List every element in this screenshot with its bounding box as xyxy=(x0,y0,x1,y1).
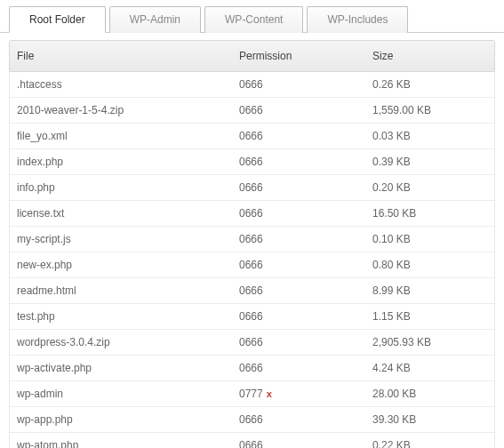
table-row[interactable]: wordpress-3.0.4.zip06662,905.93 KB xyxy=(9,330,495,356)
table-row[interactable]: license.txt066616.50 KB xyxy=(9,201,495,227)
file-permission: 0666 xyxy=(232,356,365,380)
tabs-bar: Root FolderWP-AdminWP-ContentWP-Includes xyxy=(0,0,504,33)
file-table: File Permission Size .htaccess06660.26 K… xyxy=(0,33,504,448)
file-size: 39.30 KB xyxy=(365,407,494,432)
table-row[interactable]: wp-atom.php06660.22 KB xyxy=(9,433,495,448)
table-row[interactable]: 2010-weaver-1-5-4.zip06661,559.00 KB xyxy=(9,98,495,124)
file-name: wp-app.php xyxy=(10,407,232,432)
file-size: 0.80 KB xyxy=(365,252,494,277)
file-name: wordpress-3.0.4.zip xyxy=(10,330,232,355)
file-permission: 0666 xyxy=(232,124,365,148)
file-permission: 0666 xyxy=(232,304,365,329)
file-name: index.php xyxy=(10,149,232,174)
file-name: .htaccess xyxy=(10,72,232,97)
tab-root-folder[interactable]: Root Folder xyxy=(9,6,106,33)
file-size: 16.50 KB xyxy=(365,201,494,226)
file-size: 0.39 KB xyxy=(365,149,494,174)
tab-wp-includes[interactable]: WP-Includes xyxy=(307,6,408,33)
tab-wp-content[interactable]: WP-Content xyxy=(204,6,303,33)
file-name: new-ex.php xyxy=(10,252,232,277)
file-permission: 0777x xyxy=(232,381,365,406)
table-row[interactable]: my-script.js06660.10 KB xyxy=(9,227,495,252)
file-name: 2010-weaver-1-5-4.zip xyxy=(10,98,232,123)
table-row[interactable]: test.php06661.15 KB xyxy=(9,304,495,330)
file-size: 8.99 KB xyxy=(365,278,494,303)
file-permission: 0666 xyxy=(232,175,365,200)
col-header-size[interactable]: Size xyxy=(365,41,494,71)
file-permission: 0666 xyxy=(232,201,365,226)
file-size: 0.20 KB xyxy=(365,175,494,200)
file-permission: 0666 xyxy=(232,407,365,432)
file-name: license.txt xyxy=(10,201,232,226)
file-size: 4.24 KB xyxy=(365,356,494,380)
table-row[interactable]: wp-activate.php06664.24 KB xyxy=(9,356,495,381)
file-size: 0.10 KB xyxy=(365,227,494,252)
table-row[interactable]: index.php06660.39 KB xyxy=(9,149,495,175)
table-row[interactable]: file_yo.xml06660.03 KB xyxy=(9,124,495,149)
file-permission: 0666 xyxy=(232,433,365,448)
file-name: readme.html xyxy=(10,278,232,303)
col-header-permission[interactable]: Permission xyxy=(232,41,365,71)
file-permission: 0666 xyxy=(232,149,365,174)
file-permission: 0666 xyxy=(232,227,365,252)
file-size: 28.00 KB xyxy=(365,381,494,406)
file-permission: 0666 xyxy=(232,252,365,277)
file-size: 0.26 KB xyxy=(365,72,494,97)
table-row[interactable]: new-ex.php06660.80 KB xyxy=(9,252,495,278)
tab-wp-admin[interactable]: WP-Admin xyxy=(109,6,201,33)
file-name: my-script.js xyxy=(10,227,232,252)
file-name: wp-admin xyxy=(10,381,232,406)
file-size: 2,905.93 KB xyxy=(365,330,494,355)
file-permission: 0666 xyxy=(232,98,365,123)
col-header-file[interactable]: File xyxy=(10,41,232,71)
file-permission: 0666 xyxy=(232,278,365,303)
file-size: 0.22 KB xyxy=(365,433,494,448)
warning-icon: x xyxy=(267,388,272,399)
file-name: file_yo.xml xyxy=(10,124,232,148)
table-row[interactable]: info.php06660.20 KB xyxy=(9,175,495,201)
file-name: info.php xyxy=(10,175,232,200)
file-size: 0.03 KB xyxy=(365,124,494,148)
file-name: wp-activate.php xyxy=(10,356,232,380)
file-name: test.php xyxy=(10,304,232,329)
file-permission: 0666 xyxy=(232,72,365,97)
table-row[interactable]: wp-app.php066639.30 KB xyxy=(9,407,495,433)
file-size: 1,559.00 KB xyxy=(365,98,494,123)
file-name: wp-atom.php xyxy=(10,433,232,448)
file-size: 1.15 KB xyxy=(365,304,494,329)
file-permission: 0666 xyxy=(232,330,365,355)
table-row[interactable]: readme.html06668.99 KB xyxy=(9,278,495,304)
table-header: File Permission Size xyxy=(9,40,495,72)
table-row[interactable]: wp-admin0777x28.00 KB xyxy=(9,381,495,407)
table-row[interactable]: .htaccess06660.26 KB xyxy=(9,72,495,98)
